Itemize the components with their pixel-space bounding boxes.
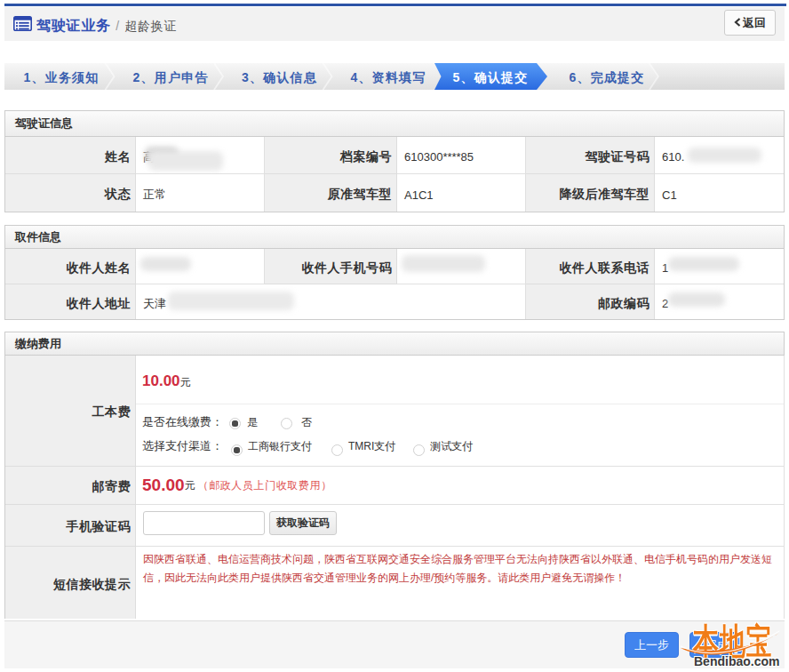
svg-text:3、确认信息: 3、确认信息 (242, 70, 317, 84)
svg-text:6、完成提交: 6、完成提交 (570, 70, 645, 84)
svg-text:1、业务须知: 1、业务须知 (24, 70, 100, 84)
svg-text:4、资料填写: 4、资料填写 (351, 70, 426, 84)
svg-text:2、用户申告: 2、用户申告 (133, 70, 209, 84)
svg-text:5、确认提交: 5、确认提交 (453, 70, 529, 84)
